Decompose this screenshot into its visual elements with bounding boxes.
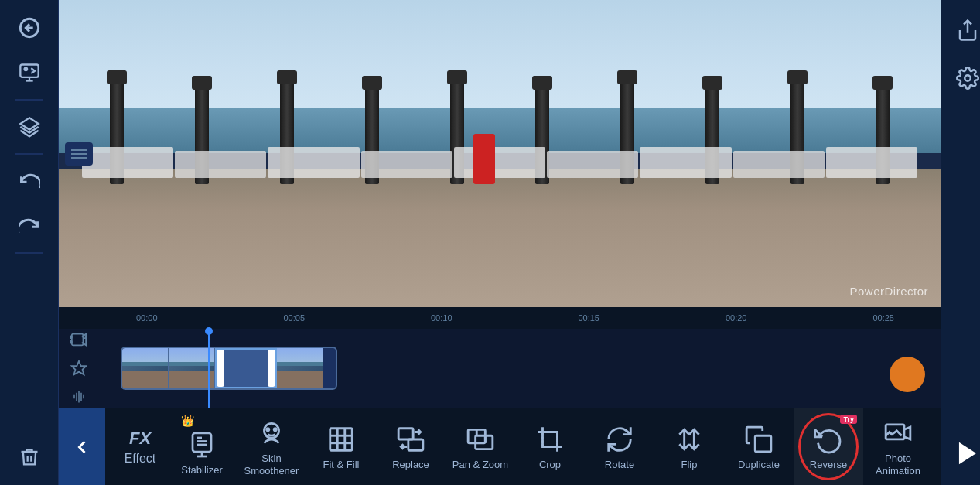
- ruler-mark-4: 00:20: [726, 313, 747, 323]
- fx-label: Effect: [125, 452, 156, 466]
- toolbar-item-flip[interactable]: Flip: [654, 408, 724, 485]
- watermark: PowerDirector: [849, 285, 928, 298]
- divider-3: [15, 252, 43, 254]
- selected-region[interactable]: [215, 348, 277, 388]
- toolbar-item-stabilizer[interactable]: 👑 Stabilizer: [167, 408, 237, 485]
- pan-zoom-icon: [464, 423, 497, 456]
- person: [473, 134, 495, 184]
- svg-marker-11: [72, 361, 86, 374]
- svg-point-20: [274, 429, 276, 431]
- delete-button[interactable]: [9, 437, 50, 477]
- toolbar-item-reverse[interactable]: Try Reverse: [794, 408, 863, 485]
- video-area: PowerDirector: [59, 0, 941, 307]
- orange-indicator: [890, 357, 925, 392]
- ruler-mark-0: 00:00: [136, 313, 158, 323]
- track-icons: [67, 329, 91, 408]
- toolbar-item-fit-fill[interactable]: Fit & Fill: [306, 408, 376, 485]
- reverse-label: Reverse: [810, 459, 847, 470]
- track-effects-icon[interactable]: [67, 357, 91, 380]
- svg-rect-27: [408, 439, 423, 450]
- replace-icon: [394, 423, 427, 456]
- bottom-toolbar: FX Effect 👑 Stabilizer: [59, 408, 941, 485]
- main-content: PowerDirector 00:00 00:05 00:10 00:15 00…: [59, 0, 941, 485]
- toolbar-items: FX Effect 👑 Stabilizer: [105, 408, 941, 485]
- svg-rect-12: [193, 433, 211, 452]
- ruler-mark-2: 00:10: [431, 313, 452, 323]
- toolbar-item-replace[interactable]: Replace: [376, 408, 446, 485]
- svg-point-19: [267, 429, 269, 431]
- share-button[interactable]: [950, 12, 981, 48]
- fx-icon: FX: [129, 429, 151, 449]
- svg-rect-32: [543, 432, 558, 447]
- timeline-cursor[interactable]: [208, 329, 210, 408]
- toolbar-item-skin-smoothener[interactable]: SkinSmoothener: [237, 408, 306, 485]
- ruler-marks: 00:00 00:05 00:10 00:15 00:20 00:25: [136, 313, 894, 323]
- rotate-label: Rotate: [605, 459, 634, 470]
- trim-handle-right[interactable]: [268, 350, 275, 387]
- flip-icon: [673, 423, 705, 456]
- video-preview: PowerDirector: [59, 0, 941, 307]
- timeline-tracks: [59, 329, 941, 408]
- crown-icon-stabilizer: 👑: [181, 415, 194, 427]
- ruler-mark-3: 00:15: [578, 313, 599, 323]
- timeline-area: 00:00 00:05 00:10 00:15 00:20 00:25: [59, 307, 941, 408]
- try-badge: Try: [840, 415, 857, 424]
- toolbar-item-photo-animation[interactable]: PhotoAnimation: [863, 408, 933, 485]
- svg-rect-35: [755, 435, 771, 452]
- ground-bg: [59, 169, 941, 307]
- right-sidebar: [941, 0, 980, 485]
- flip-label: Flip: [681, 459, 698, 470]
- svg-rect-8: [70, 336, 72, 339]
- crop-icon: [534, 423, 566, 456]
- settings-button[interactable]: [950, 60, 981, 96]
- skin-smoothener-icon: [255, 417, 288, 449]
- rotate-icon: [603, 423, 636, 456]
- video-frame: PowerDirector: [59, 0, 941, 307]
- stabilizer-icon: [186, 429, 218, 461]
- crop-label: Crop: [539, 459, 561, 470]
- track-thumb-3: [277, 348, 323, 388]
- svg-rect-7: [72, 334, 84, 346]
- svg-rect-26: [398, 429, 413, 439]
- svg-point-38: [965, 75, 971, 81]
- menu-handle[interactable]: [65, 142, 93, 166]
- duplicate-label: Duplicate: [738, 459, 780, 470]
- media-button[interactable]: [9, 53, 50, 93]
- svg-rect-9: [70, 341, 72, 343]
- undo-button[interactable]: [9, 161, 50, 201]
- toolbar-item-duplicate[interactable]: Duplicate: [724, 408, 794, 485]
- stabilizer-label: Stabilizer: [181, 464, 222, 476]
- track-audio-icon[interactable]: [67, 385, 91, 408]
- toolbar-item-pan-zoom[interactable]: Pan & Zoom: [446, 408, 515, 485]
- left-sidebar: [0, 0, 59, 485]
- skin-smoothener-label: SkinSmoothener: [244, 453, 299, 476]
- reverse-icon: [812, 423, 845, 456]
- trim-handle-left[interactable]: [217, 350, 224, 387]
- fit-fill-label: Fit & Fill: [323, 459, 360, 470]
- track-thumb-1: [122, 348, 169, 388]
- ruler-mark-5: 00:25: [872, 313, 894, 323]
- video-track[interactable]: [121, 347, 337, 390]
- toolbar-item-fx[interactable]: FX Effect: [113, 408, 167, 485]
- layers-button[interactable]: [9, 107, 50, 147]
- toolbar-back-button[interactable]: [59, 408, 105, 485]
- play-button[interactable]: [948, 434, 981, 473]
- svg-marker-39: [958, 442, 975, 465]
- photo-animation-label: PhotoAnimation: [876, 453, 920, 476]
- divider-1: [15, 99, 43, 101]
- toolbar-item-rotate[interactable]: Rotate: [585, 408, 654, 485]
- back-button[interactable]: [9, 8, 50, 48]
- replace-label: Replace: [392, 459, 429, 470]
- svg-point-5: [24, 68, 26, 71]
- duplicate-icon: [743, 423, 775, 456]
- photo-animation-icon: [882, 417, 914, 449]
- pan-zoom-label: Pan & Zoom: [452, 459, 508, 470]
- fit-fill-icon: [325, 423, 357, 456]
- track-video-icon[interactable]: [67, 329, 91, 351]
- timeline-ruler: 00:00 00:05 00:10 00:15 00:20 00:25: [59, 307, 941, 329]
- svg-rect-21: [330, 429, 353, 451]
- divider-2: [15, 153, 43, 155]
- ruler-mark-1: 00:05: [283, 313, 305, 323]
- redo-button[interactable]: [9, 206, 50, 246]
- toolbar-item-crop[interactable]: Crop: [515, 408, 585, 485]
